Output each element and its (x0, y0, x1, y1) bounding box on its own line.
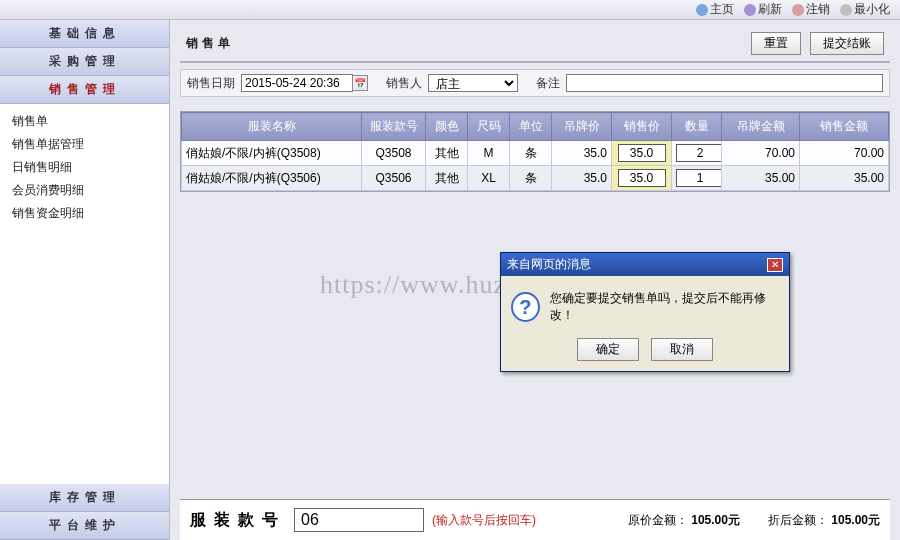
home-label: 主页 (710, 1, 734, 18)
reset-button[interactable]: 重置 (751, 32, 801, 55)
remark-label: 备注 (536, 75, 560, 92)
home-icon (696, 4, 708, 16)
footer-bar: 服装款号 (输入款号后按回车) 原价金额： 105.00元 折后金额： 105.… (180, 499, 890, 540)
col-tag: 吊牌价 (552, 113, 612, 141)
table-row[interactable]: 俏姑娘/不限/内裤(Q3506) Q3506 其他 XL 条 35.0 35.0… (182, 166, 889, 191)
sidebar-group-stock[interactable]: 库存管理 (0, 484, 169, 512)
confirm-dialog: 来自网页的消息 ✕ ? 您确定要提交销售单吗，提交后不能再修改！ 确定 取消 (500, 252, 790, 372)
dialog-ok-button[interactable]: 确定 (577, 338, 639, 361)
refresh-label: 刷新 (758, 1, 782, 18)
table-row[interactable]: 俏姑娘/不限/内裤(Q3508) Q3508 其他 M 条 35.0 70.00… (182, 141, 889, 166)
refresh-button[interactable]: 刷新 (740, 1, 786, 18)
minimize-button[interactable]: 最小化 (836, 1, 894, 18)
seller-select[interactable]: 店主 (428, 74, 518, 92)
qty-input[interactable] (676, 169, 722, 187)
col-unit: 单位 (510, 113, 552, 141)
sidebar-item-fund-detail[interactable]: 销售资金明细 (12, 202, 157, 225)
divider (180, 61, 890, 63)
col-style: 服装款号 (362, 113, 426, 141)
sidebar-group-purchase[interactable]: 采购管理 (0, 48, 169, 76)
dialog-title: 来自网页的消息 (507, 256, 591, 273)
refresh-icon (744, 4, 756, 16)
minimize-icon (840, 4, 852, 16)
col-price: 销售价 (612, 113, 672, 141)
sidebar-sales-items: 销售单 销售单据管理 日销售明细 会员消费明细 销售资金明细 (0, 104, 169, 235)
sales-grid: 服装名称 服装款号 颜色 尺码 单位 吊牌价 销售价 数量 吊牌金额 销售金额 … (180, 111, 890, 192)
seller-label: 销售人 (386, 75, 422, 92)
orig-total-label: 原价金额： (628, 513, 688, 527)
sidebar-item-sales-order[interactable]: 销售单 (12, 110, 157, 133)
style-code-input[interactable] (294, 508, 424, 532)
orig-total-value: 105.00元 (691, 513, 740, 527)
remark-input[interactable] (566, 74, 883, 92)
col-color: 颜色 (426, 113, 468, 141)
date-input[interactable] (241, 74, 353, 92)
qty-input[interactable] (676, 144, 722, 162)
top-toolbar: 主页 刷新 注销 最小化 (0, 0, 900, 20)
grid-header-row: 服装名称 服装款号 颜色 尺码 单位 吊牌价 销售价 数量 吊牌金额 销售金额 (182, 113, 889, 141)
col-saleamt: 销售金额 (800, 113, 889, 141)
col-tagamt: 吊牌金额 (722, 113, 800, 141)
col-name: 服装名称 (182, 113, 362, 141)
main-panel: 销售单 重置 提交结账 销售日期 📅 销售人 店主 备注 服装名称 服 (170, 20, 900, 540)
logout-icon (792, 4, 804, 16)
dialog-cancel-button[interactable]: 取消 (651, 338, 713, 361)
style-hint: (输入款号后按回车) (432, 512, 536, 529)
logout-label: 注销 (806, 1, 830, 18)
minimize-label: 最小化 (854, 1, 890, 18)
sidebar-item-daily-detail[interactable]: 日销售明细 (12, 156, 157, 179)
calendar-icon[interactable]: 📅 (352, 75, 368, 91)
sidebar-group-sales[interactable]: 销售管理 (0, 76, 169, 104)
sidebar-group-platform[interactable]: 平台维护 (0, 512, 169, 540)
sidebar-item-sales-docs[interactable]: 销售单据管理 (12, 133, 157, 156)
col-size: 尺码 (468, 113, 510, 141)
col-qty: 数量 (672, 113, 722, 141)
close-icon[interactable]: ✕ (767, 258, 783, 272)
style-label: 服装款号 (190, 510, 286, 531)
date-label: 销售日期 (187, 75, 235, 92)
dialog-message: 您确定要提交销售单吗，提交后不能再修改！ (550, 290, 779, 324)
sidebar-item-member-detail[interactable]: 会员消费明细 (12, 179, 157, 202)
page-title: 销售单 (186, 35, 234, 52)
filter-bar: 销售日期 📅 销售人 店主 备注 (180, 69, 890, 97)
disc-total-label: 折后金额： (768, 513, 828, 527)
sidebar: 基础信息 采购管理 销售管理 销售单 销售单据管理 日销售明细 会员消费明细 销… (0, 20, 170, 540)
home-button[interactable]: 主页 (692, 1, 738, 18)
submit-button[interactable]: 提交结账 (810, 32, 884, 55)
sidebar-group-basic[interactable]: 基础信息 (0, 20, 169, 48)
price-input[interactable] (618, 169, 666, 187)
disc-total-value: 105.00元 (831, 513, 880, 527)
question-icon: ? (511, 292, 540, 322)
price-input[interactable] (618, 144, 666, 162)
logout-button[interactable]: 注销 (788, 1, 834, 18)
